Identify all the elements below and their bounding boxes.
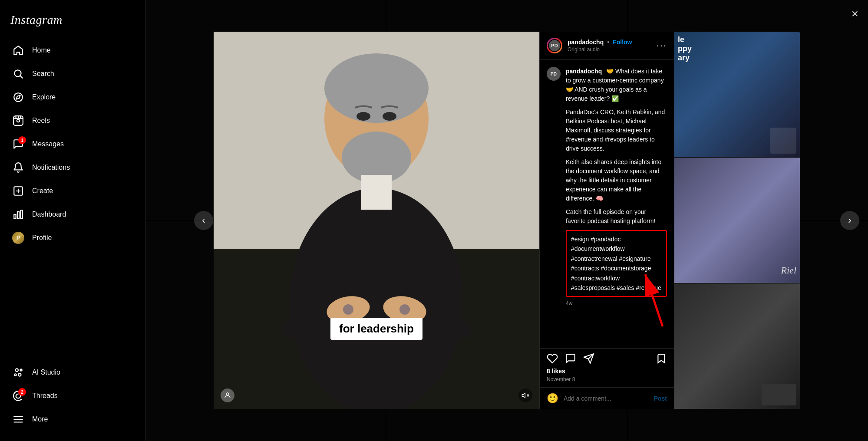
- sidebar-item-reels[interactable]: Reels: [5, 109, 140, 132]
- thumb-signature: Riel: [781, 265, 796, 276]
- sidebar-item-label: Notifications: [32, 164, 70, 171]
- svg-rect-15: [20, 210, 22, 219]
- svg-point-35: [399, 304, 410, 315]
- more-icon: [12, 413, 24, 425]
- related-thumb-2[interactable]: Riel: [674, 158, 800, 283]
- search-icon: [12, 68, 24, 80]
- svg-marker-39: [522, 393, 525, 398]
- post-more-button[interactable]: ···: [657, 41, 667, 50]
- instagram-logo[interactable]: Instagram: [0, 5, 145, 39]
- sidebar-item-label: Reels: [32, 117, 50, 125]
- comment-input-area: 🙂 Post: [540, 387, 674, 409]
- svg-point-16: [16, 369, 19, 372]
- thumb-sub-1: [770, 128, 796, 154]
- emoji-button[interactable]: 🙂: [547, 393, 558, 404]
- post-image-user-button[interactable]: [221, 388, 234, 402]
- sidebar-nav: Home Search Explore Reels 1: [0, 39, 145, 361]
- comment-input[interactable]: [564, 395, 649, 402]
- sidebar-item-home[interactable]: Home: [5, 39, 140, 62]
- post-modal: × ‹ ›: [145, 0, 868, 441]
- like-button[interactable]: [547, 353, 558, 364]
- svg-marker-3: [16, 95, 20, 99]
- explore-icon: [12, 91, 24, 103]
- post-header: PD pandadochq • Follow Original audio ·: [540, 32, 674, 60]
- sidebar-item-ai-studio[interactable]: AI Studio: [5, 361, 140, 384]
- svg-point-17: [18, 373, 21, 376]
- thumb-item-3: [762, 384, 796, 405]
- post-author-avatar[interactable]: PD: [547, 38, 562, 53]
- post-author-avatar-inner: PD: [548, 39, 561, 52]
- caption-username[interactable]: pandadochq: [566, 68, 602, 75]
- caption-hashtags: #esign #pandadoc #documentworkflow #cont…: [566, 230, 667, 297]
- sidebar-item-label: Search: [32, 70, 54, 78]
- svg-rect-14: [17, 212, 19, 219]
- messages-icon: 1: [12, 138, 24, 150]
- post-info-side: PD pandadochq • Follow Original audio ·: [539, 32, 674, 409]
- thumb-text-1: leppyary: [674, 32, 695, 66]
- svg-point-0: [14, 70, 21, 76]
- share-button[interactable]: [583, 353, 594, 364]
- sidebar-item-label: Create: [32, 187, 53, 195]
- sidebar-item-create[interactable]: Create: [5, 180, 140, 202]
- save-button[interactable]: [656, 353, 667, 364]
- sidebar-item-search[interactable]: Search: [5, 63, 140, 85]
- sidebar-bottom: AI Studio 2 Threads More: [0, 361, 145, 436]
- svg-point-38: [226, 393, 229, 395]
- messages-badge: 1: [18, 136, 26, 144]
- post-caption: PD pandadochq 🤝 What does it take to gro…: [540, 60, 674, 349]
- post-follow-button[interactable]: Follow: [613, 39, 632, 46]
- post-image-figure: [214, 32, 539, 409]
- modal-close-button[interactable]: ×: [851, 8, 858, 20]
- main-content: × ‹ ›: [145, 0, 868, 441]
- create-icon: [12, 185, 24, 197]
- profile-avatar: P: [12, 232, 24, 244]
- sidebar-item-messages[interactable]: 1 Messages: [5, 133, 140, 155]
- post-header-info: pandadochq • Follow Original audio: [568, 39, 651, 53]
- sidebar-item-profile[interactable]: P Profile: [5, 227, 140, 249]
- post-next-button[interactable]: ›: [840, 211, 859, 230]
- svg-point-2: [14, 93, 23, 102]
- caption-body2: Keith also shares deep insights into the…: [566, 158, 667, 203]
- svg-point-27: [324, 53, 429, 123]
- post-image-controls: [221, 388, 532, 402]
- right-panel: leppyary Riel: [674, 32, 800, 409]
- home-icon: [12, 44, 24, 56]
- svg-point-25: [290, 188, 463, 409]
- sidebar-item-dashboard[interactable]: Dashboard: [5, 203, 140, 226]
- post-dot: •: [607, 39, 609, 46]
- modal-container: for leadership PD: [214, 32, 800, 409]
- ai-studio-icon: [12, 366, 24, 378]
- post-image-mute-button[interactable]: [518, 388, 532, 402]
- threads-badge: 2: [18, 388, 26, 396]
- svg-rect-13: [14, 214, 16, 219]
- threads-icon: 2: [12, 390, 24, 402]
- sidebar-item-notifications[interactable]: Notifications: [5, 156, 140, 179]
- caption-body1: PandaDoc's CRO, Keith Rabkin, and Belkin…: [566, 108, 667, 153]
- post-text-overlay: for leadership: [330, 318, 422, 340]
- comment-button[interactable]: [565, 353, 576, 364]
- post-image-side: for leadership: [214, 32, 539, 409]
- sidebar-item-label: Home: [32, 46, 51, 54]
- caption-text-main: pandadochq 🤝 What does it take to grow a…: [566, 67, 667, 103]
- comment-post-button[interactable]: Post: [654, 395, 667, 402]
- post-prev-button[interactable]: ‹: [194, 211, 213, 230]
- caption-block: PD pandadochq 🤝 What does it take to gro…: [547, 67, 667, 306]
- dashboard-icon: [12, 208, 24, 220]
- post-username[interactable]: pandadochq: [568, 39, 604, 46]
- post-date: November 8: [547, 376, 667, 382]
- sidebar-item-threads[interactable]: 2 Threads: [5, 385, 140, 407]
- sidebar-item-explore[interactable]: Explore: [5, 86, 140, 109]
- sidebar-item-label: Messages: [32, 140, 64, 148]
- related-thumb-1[interactable]: leppyary: [674, 32, 800, 158]
- svg-point-19: [14, 374, 16, 375]
- action-icons: [547, 353, 667, 364]
- svg-point-34: [343, 304, 353, 315]
- sidebar-item-more[interactable]: More: [5, 408, 140, 431]
- caption-content: pandadochq 🤝 What does it take to grow a…: [566, 67, 667, 306]
- related-thumb-3[interactable]: [674, 283, 800, 409]
- svg-point-5: [17, 119, 20, 122]
- sidebar-item-label: Dashboard: [32, 211, 66, 218]
- sidebar: Instagram Home Search Explore: [0, 0, 145, 441]
- post-likes-count: 8 likes: [547, 368, 667, 375]
- svg-point-36: [356, 112, 370, 121]
